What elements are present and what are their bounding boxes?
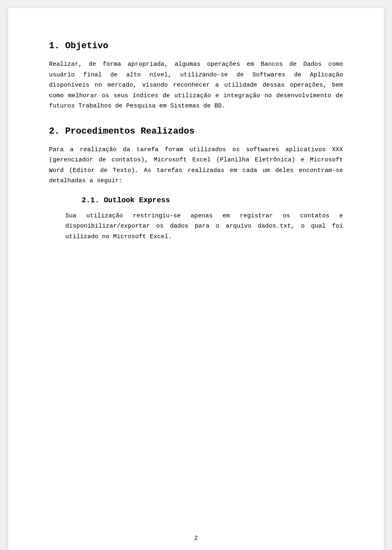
- section-1: 1. Objetivo Realizar, de forma apropriad…: [49, 41, 343, 112]
- section-1-heading: 1. Objetivo: [49, 41, 343, 51]
- page-number: 2: [194, 535, 198, 542]
- section-2-paragraph-1: Para a realização da tarefa foram utiliz…: [49, 145, 343, 186]
- section-2: 2. Procedimentos Realizados Para a reali…: [49, 126, 343, 242]
- subsection-2-1-paragraph: Sua utilização restringiu-se apenas em r…: [65, 211, 343, 242]
- section-1-paragraph: Realizar, de forma apropriada, algumas o…: [49, 59, 343, 112]
- subsection-2-1-heading: 2.1. Outlook Express: [82, 196, 343, 204]
- subsection-2-1: 2.1. Outlook Express Sua utilização rest…: [65, 196, 343, 242]
- section-2-heading: 2. Procedimentos Realizados: [49, 126, 343, 136]
- document-page: 1. Objetivo Realizar, de forma apropriad…: [8, 8, 384, 550]
